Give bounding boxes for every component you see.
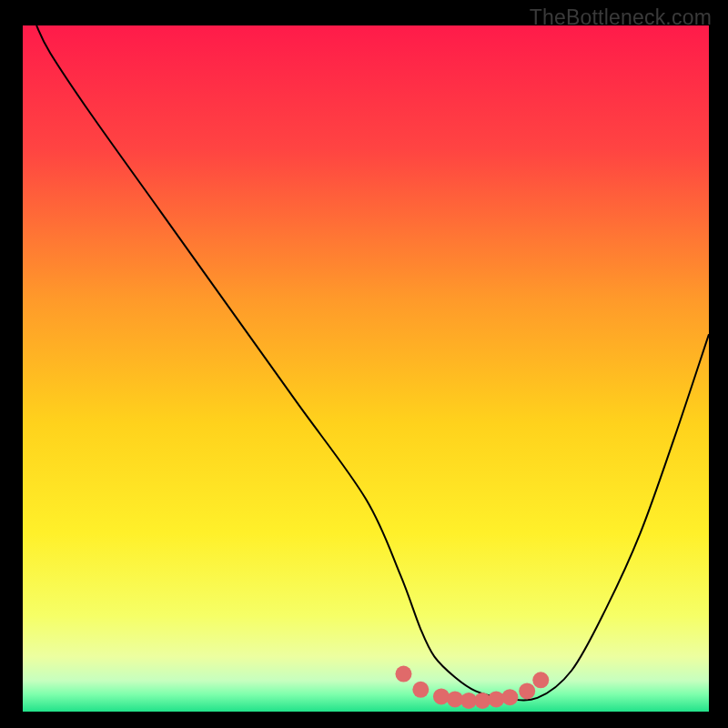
bottleneck-chart-canvas: [0, 0, 728, 728]
chart-container: TheBottleneck.com: [0, 0, 728, 728]
watermark-text: TheBottleneck.com: [530, 5, 712, 30]
